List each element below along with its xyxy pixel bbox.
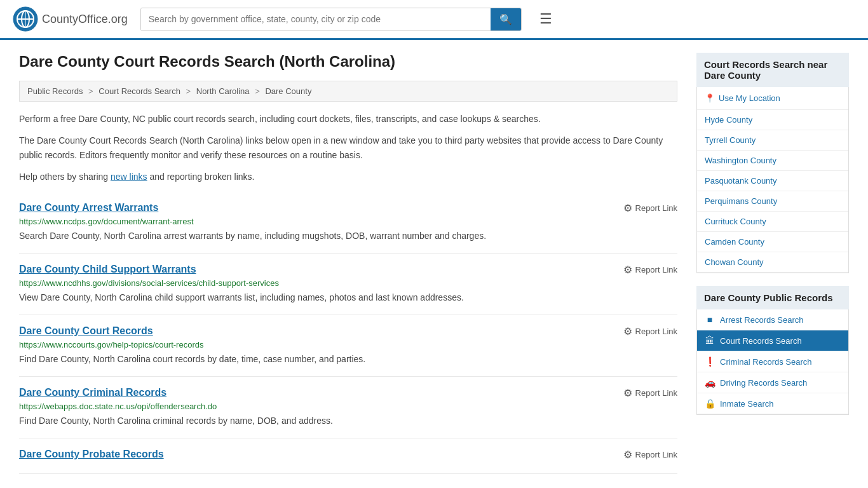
location-pin-icon: 📍 [705,93,715,103]
description-2: The Dare County Court Records Search (No… [19,133,677,162]
result-header: Dare County Probate Records ⚙ Report Lin… [19,449,677,461]
site-header: CountyOffice.org 🔍 ☰ [0,0,868,40]
sidebar-link-icon: ❗ [705,356,715,367]
report-link-btn[interactable]: ⚙ Report Link [623,202,677,214]
sidebar-county-link[interactable]: Pasquotank County [697,171,848,191]
nearby-section-title: Court Records Search near Dare County [696,53,849,87]
sidebar-link-label: Inmate Search [720,399,774,409]
sidebar-county-link[interactable]: Washington County [697,151,848,171]
breadcrumb-sep-2: > [186,86,191,96]
result-url[interactable]: https://www.ncdhhs.gov/divisions/social-… [19,278,677,288]
sidebar-county-link[interactable]: Currituck County [697,212,848,232]
sidebar-public-record-link[interactable]: 🔒Inmate Search [697,393,848,414]
nearby-section: Court Records Search near Dare County 📍 … [696,53,849,273]
sidebar-link-label: Court Records Search [720,336,802,346]
public-records-links: ■Arrest Records Search🏛Court Records Sea… [696,309,849,415]
sidebar-public-record-link[interactable]: ■Arrest Records Search [697,309,848,330]
sidebar-county-link[interactable]: Camden County [697,232,848,252]
breadcrumb: Public Records > Court Records Search > … [19,81,677,102]
result-url[interactable]: https://www.nccourts.gov/help-topics/cou… [19,340,677,349]
result-header: Dare County Arrest Warrants ⚙ Report Lin… [19,202,677,214]
breadcrumb-court-records[interactable]: Court Records Search [98,86,180,96]
result-header: Dare County Criminal Records ⚙ Report Li… [19,387,677,399]
result-item: Dare County Arrest Warrants ⚙ Report Lin… [19,192,677,254]
breadcrumb-sep-3: > [255,86,260,96]
nearby-links: 📍 Use My Location Hyde CountyTyrrell Cou… [696,87,849,273]
report-icon: ⚙ [623,449,632,461]
report-icon: ⚙ [623,202,632,214]
report-link-btn[interactable]: ⚙ Report Link [623,264,677,276]
sidebar-county-link[interactable]: Perquimans County [697,191,848,212]
result-description: Find Dare County, North Carolina crimina… [19,414,677,428]
sidebar-public-record-link[interactable]: 🚗Driving Records Search [697,372,848,393]
site-logo[interactable]: CountyOffice.org [13,6,128,32]
result-description: View Dare County, North Carolina child s… [19,291,677,304]
result-item: Dare County Child Support Warrants ⚙ Rep… [19,254,677,315]
main-container: Dare County Court Records Search (North … [0,40,868,487]
description-1: Perform a free Dare County, NC public co… [19,112,677,126]
sidebar-public-record-link[interactable]: 🏛Court Records Search [697,330,848,351]
breadcrumb-sep-1: > [88,86,93,96]
result-title[interactable]: Dare County Probate Records [19,449,164,460]
breadcrumb-public-records[interactable]: Public Records [27,86,83,96]
new-links-link[interactable]: new links [111,172,147,182]
report-icon: ⚙ [623,264,632,276]
description-3: Help others by sharing new links and rep… [19,170,677,184]
search-button[interactable]: 🔍 [491,8,521,30]
results-list: Dare County Arrest Warrants ⚙ Report Lin… [19,192,677,474]
result-item: Dare County Criminal Records ⚙ Report Li… [19,377,677,438]
result-title[interactable]: Dare County Criminal Records [19,387,166,398]
public-records-section: Dare County Public Records ■Arrest Recor… [696,286,849,415]
sidebar: Court Records Search near Dare County 📍 … [696,53,849,474]
result-item: Dare County Probate Records ⚙ Report Lin… [19,438,677,474]
report-icon: ⚙ [623,325,632,337]
sidebar-link-label: Arrest Records Search [720,315,804,325]
sidebar-public-record-link[interactable]: ❗Criminal Records Search [697,351,848,372]
result-header: Dare County Child Support Warrants ⚙ Rep… [19,264,677,276]
report-link-btn[interactable]: ⚙ Report Link [623,325,677,337]
sidebar-link-icon: 🏛 [705,336,715,346]
logo-icon [13,6,38,32]
report-link-btn[interactable]: ⚙ Report Link [623,449,677,461]
description-section: Perform a free Dare County, NC public co… [19,112,677,184]
county-links-list: Hyde CountyTyrrell CountyWashington Coun… [697,110,848,273]
report-link-btn[interactable]: ⚙ Report Link [623,387,677,399]
sidebar-link-icon: 🚗 [705,377,715,388]
logo-text: CountyOffice.org [42,13,128,26]
breadcrumb-dare-county[interactable]: Dare County [265,86,311,96]
public-records-title: Dare County Public Records [696,286,849,309]
sidebar-link-icon: 🔒 [705,398,715,409]
result-title[interactable]: Dare County Court Records [19,325,153,337]
sidebar-county-link[interactable]: Hyde County [697,110,848,130]
result-header: Dare County Court Records ⚙ Report Link [19,325,677,337]
search-input[interactable] [141,8,491,30]
use-location[interactable]: 📍 Use My Location [697,87,848,110]
sidebar-county-link[interactable]: Chowan County [697,252,848,273]
report-icon: ⚙ [623,387,632,399]
sidebar-link-label: Driving Records Search [720,378,807,388]
result-title[interactable]: Dare County Child Support Warrants [19,264,196,275]
sidebar-link-label: Criminal Records Search [720,357,812,367]
menu-icon[interactable]: ☰ [539,11,552,27]
sidebar-link-icon: ■ [705,315,715,325]
result-url[interactable]: https://webapps.doc.state.nc.us/opi/offe… [19,402,677,411]
content-area: Dare County Court Records Search (North … [19,53,677,474]
result-description: Find Dare County, North Carolina court r… [19,353,677,366]
breadcrumb-nc[interactable]: North Carolina [196,86,250,96]
result-item: Dare County Court Records ⚙ Report Link … [19,315,677,377]
result-description: Search Dare County, North Carolina arres… [19,229,677,243]
result-url[interactable]: https://www.ncdps.gov/document/warrant-a… [19,217,677,226]
result-title[interactable]: Dare County Arrest Warrants [19,202,158,214]
sidebar-county-link[interactable]: Tyrrell County [697,130,848,151]
page-title: Dare County Court Records Search (North … [19,53,677,71]
search-bar: 🔍 [140,8,522,31]
